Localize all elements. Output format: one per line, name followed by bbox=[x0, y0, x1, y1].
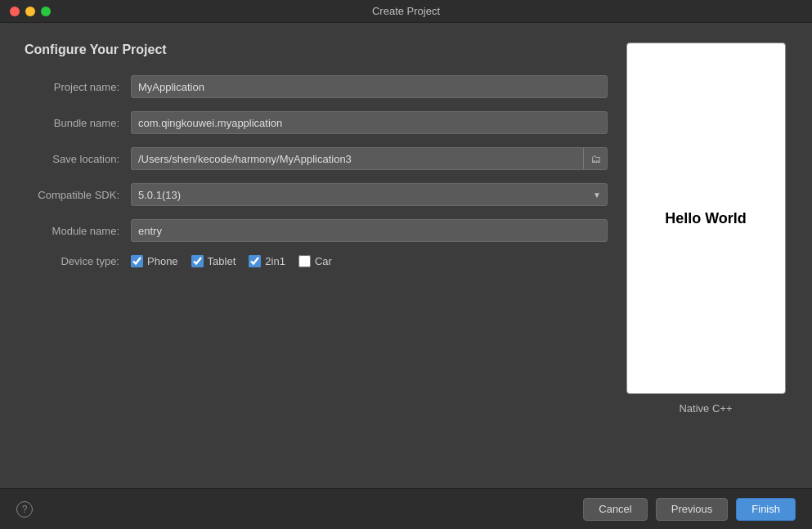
section-title: Configure Your Project bbox=[25, 43, 608, 57]
save-location-row: Save location: 🗂 bbox=[25, 147, 608, 170]
checkbox-phone[interactable]: Phone bbox=[131, 255, 178, 267]
checkbox-2in1[interactable]: 2in1 bbox=[249, 255, 285, 267]
project-name-input[interactable] bbox=[131, 75, 608, 98]
bundle-name-input[interactable] bbox=[131, 111, 608, 134]
finish-button[interactable]: Finish bbox=[736, 498, 796, 521]
2in1-checkbox[interactable] bbox=[249, 255, 261, 267]
hello-world-text: Hello World bbox=[665, 210, 747, 227]
preview-phone: Hello World bbox=[626, 43, 786, 394]
maximize-button[interactable] bbox=[41, 7, 51, 16]
footer: ? Cancel Previous Finish bbox=[0, 488, 812, 529]
project-name-label: Project name: bbox=[25, 81, 131, 93]
phone-checkbox[interactable] bbox=[131, 255, 143, 267]
preview-template-label: Native C++ bbox=[679, 402, 732, 415]
save-location-input[interactable] bbox=[131, 147, 583, 170]
tablet-label: Tablet bbox=[208, 255, 236, 267]
preview-section: Hello World Native C++ bbox=[624, 43, 787, 472]
module-name-row: Module name: bbox=[25, 219, 608, 242]
phone-label: Phone bbox=[147, 255, 178, 267]
project-name-row: Project name: bbox=[25, 75, 608, 98]
device-type-options: Phone Tablet 2in1 Car bbox=[131, 255, 608, 267]
2in1-label: 2in1 bbox=[265, 255, 285, 267]
module-name-label: Module name: bbox=[25, 225, 131, 237]
compatible-sdk-row: Compatible SDK: 5.0.1(13) 5.0.0(12) 4.1.… bbox=[25, 183, 608, 206]
car-label: Car bbox=[315, 255, 332, 267]
compatible-sdk-label: Compatible SDK: bbox=[25, 189, 131, 201]
bundle-name-row: Bundle name: bbox=[25, 111, 608, 134]
footer-left: ? bbox=[16, 501, 33, 518]
form-section: Configure Your Project Project name: Bun… bbox=[25, 43, 608, 472]
footer-right: Cancel Previous Finish bbox=[583, 498, 796, 521]
checkbox-car[interactable]: Car bbox=[298, 255, 332, 267]
car-checkbox[interactable] bbox=[298, 255, 311, 267]
window-title: Create Project bbox=[372, 5, 440, 17]
device-type-label: Device type: bbox=[25, 255, 131, 267]
help-button[interactable]: ? bbox=[16, 501, 33, 518]
cancel-button[interactable]: Cancel bbox=[583, 498, 647, 521]
close-button[interactable] bbox=[10, 7, 20, 16]
title-bar-buttons bbox=[10, 7, 51, 16]
location-row: 🗂 bbox=[131, 147, 608, 170]
title-bar: Create Project bbox=[0, 0, 812, 23]
module-name-input[interactable] bbox=[131, 219, 608, 242]
main-content: Configure Your Project Project name: Bun… bbox=[0, 23, 812, 488]
previous-button[interactable]: Previous bbox=[656, 498, 729, 521]
tablet-checkbox[interactable] bbox=[191, 255, 204, 267]
checkbox-tablet[interactable]: Tablet bbox=[191, 255, 236, 267]
browse-button[interactable]: 🗂 bbox=[583, 147, 608, 170]
folder-icon: 🗂 bbox=[590, 153, 601, 165]
minimize-button[interactable] bbox=[25, 7, 35, 16]
question-mark-icon: ? bbox=[22, 504, 28, 515]
bundle-name-label: Bundle name: bbox=[25, 117, 131, 129]
sdk-select[interactable]: 5.0.1(13) 5.0.0(12) 4.1.0(11) bbox=[131, 183, 608, 206]
device-type-row: Device type: Phone Tablet 2in1 Car bbox=[25, 255, 608, 267]
sdk-select-wrapper: 5.0.1(13) 5.0.0(12) 4.1.0(11) ▼ bbox=[131, 183, 608, 206]
save-location-label: Save location: bbox=[25, 153, 131, 165]
